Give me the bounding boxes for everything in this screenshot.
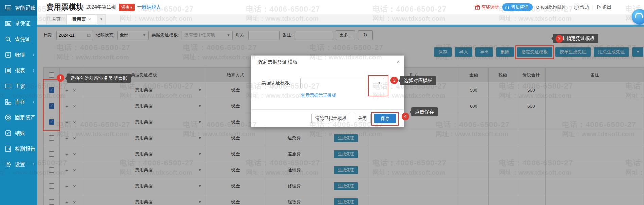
annotation-tooltip: 选择对应模板 bbox=[400, 76, 436, 85]
divider: | bbox=[569, 5, 570, 10]
sidebar-item-voucher-entry[interactable]: 录凭证 bbox=[0, 16, 37, 31]
payroll-icon bbox=[4, 82, 12, 90]
voucher-search-icon bbox=[4, 35, 12, 43]
smart-accounting-icon bbox=[4, 4, 12, 12]
logout-link[interactable]: 退出 bbox=[597, 4, 611, 10]
dialog-save-button[interactable]: 保存 4 点击保存 bbox=[374, 114, 396, 123]
sidebar-item-inventory[interactable]: 库存 › bbox=[0, 94, 37, 110]
divider: | bbox=[592, 5, 593, 10]
sidebar-item-label: 设置 bbox=[15, 161, 25, 168]
chevron-right-icon: › bbox=[33, 67, 34, 73]
taxpayer-type-link[interactable]: 一般纳税人 bbox=[137, 4, 161, 10]
close-tab-icon[interactable]: × bbox=[88, 17, 91, 22]
chevron-right-icon: › bbox=[33, 161, 34, 167]
sidebar-item-label: 固定资产 bbox=[15, 114, 35, 121]
gift-icon bbox=[475, 5, 480, 10]
chevron-right-icon: › bbox=[33, 52, 34, 57]
content-panel: 日期: 记账状态: 全部▼ 票据凭证模板: 没有选中任何项▼ 对方: 备注: 更… bbox=[37, 25, 644, 205]
tab-expense-ticket[interactable]: 费用票× bbox=[67, 14, 97, 24]
sidebar-item-ledger[interactable]: 账簿 › bbox=[0, 47, 37, 63]
annotation-tooltip: 选择勾选对应业务类型票据 bbox=[67, 74, 131, 83]
sidebar-item-voucher-search[interactable]: 查凭证 bbox=[0, 31, 37, 47]
main-area: 费用票模块 2024年第11期 切换 ▾ 一般纳税人 有奖调研 售后咨询 ↺ bbox=[37, 0, 644, 205]
sidebar-item-check-report[interactable]: 检测报告 bbox=[0, 141, 37, 157]
closing-icon bbox=[4, 129, 12, 137]
assign-template-dialog: 指定票据凭证模板 × 票据凭证模板: ▼ 查看票据凭证模板 3 选择对应模板 清… bbox=[251, 55, 404, 127]
sidebar-item-closing[interactable]: 结账 bbox=[0, 125, 37, 141]
switch-period-button[interactable]: 切换 ▾ bbox=[119, 4, 135, 11]
topbar: 费用票模块 2024年第11期 切换 ▾ 一般纳税人 有奖调研 售后咨询 ↺ bbox=[37, 0, 644, 14]
period-label: 2024年第11期 bbox=[86, 4, 116, 10]
sidebar-item-settings[interactable]: 设置 › bbox=[0, 157, 37, 172]
sidebar-item-label: 工资 bbox=[15, 83, 25, 90]
help-icon: ? bbox=[574, 5, 579, 10]
template-field-label: 票据凭证模板: bbox=[261, 80, 291, 86]
tab-list-dropdown[interactable]: ▼ bbox=[97, 14, 106, 24]
sidebar-item-label: 报表 bbox=[15, 67, 25, 74]
sidebar-item-label: 智能记账 bbox=[15, 5, 35, 11]
sidebar-item-label: 账簿 bbox=[15, 52, 25, 58]
check-report-icon bbox=[4, 145, 12, 153]
clear-template-button[interactable]: 清除已指定模板 bbox=[311, 114, 350, 123]
page-title: 费用票模块 bbox=[46, 2, 84, 12]
tab-home[interactable]: 首页 bbox=[46, 14, 67, 24]
help-link[interactable]: ? 帮助 bbox=[574, 4, 589, 10]
app-window: 智能记账 录凭证 查凭证 账簿 › 报表 › 工资 bbox=[0, 0, 644, 205]
sidebar-item-label: 库存 bbox=[15, 99, 25, 105]
sidebar-item-smart-accounting[interactable]: 智能记账 bbox=[0, 0, 37, 16]
annotation-step-badge: 4 bbox=[402, 113, 409, 120]
headset-icon bbox=[505, 5, 509, 10]
sidebar-item-label: 录凭证 bbox=[15, 20, 30, 27]
sidebar-item-payroll[interactable]: 工资 bbox=[0, 78, 37, 94]
history-icon: ↺ bbox=[536, 5, 540, 10]
ledger-icon bbox=[4, 51, 12, 59]
view-templates-link[interactable]: 查看票据凭证模板 bbox=[301, 92, 336, 98]
sidebar: 智能记账 录凭证 查凭证 账簿 › 报表 › 工资 bbox=[0, 0, 37, 205]
report-icon bbox=[4, 67, 12, 74]
dialog-close-button[interactable]: 关闭 bbox=[354, 114, 371, 123]
annotation-step-badge: 3 bbox=[390, 77, 398, 84]
inventory-icon bbox=[4, 98, 12, 106]
annotation-step-badge: 1 bbox=[57, 74, 64, 82]
dialog-title: 指定票据凭证模板 bbox=[257, 59, 298, 65]
survey-link[interactable]: 有奖调研 bbox=[475, 4, 499, 10]
tab-bar: 首页 费用票× ▼ bbox=[37, 14, 644, 25]
after-sales-support-button[interactable]: 售后咨询 bbox=[502, 3, 533, 11]
select-caret-icon[interactable]: ▼ bbox=[375, 78, 384, 88]
username-menu[interactable]: ↺ test吃饱就睡 bbox=[536, 4, 566, 10]
voucher-entry-icon bbox=[4, 20, 12, 27]
sidebar-item-label: 查凭证 bbox=[15, 36, 30, 43]
sidebar-item-label: 结账 bbox=[15, 130, 25, 137]
logout-icon bbox=[597, 5, 601, 10]
dialog-close-icon[interactable]: × bbox=[397, 56, 400, 68]
sidebar-item-fixed-assets[interactable]: 固定资产 bbox=[0, 110, 37, 125]
settings-icon bbox=[4, 161, 12, 168]
annotation-tooltip: 点击保存 bbox=[411, 107, 438, 116]
chevron-right-icon: › bbox=[33, 99, 34, 104]
sidebar-item-label: 检测报告 bbox=[15, 146, 35, 152]
sidebar-item-reports[interactable]: 报表 › bbox=[0, 63, 37, 78]
annotation-step-badge: 2 bbox=[556, 35, 563, 43]
fixed-assets-icon bbox=[4, 114, 12, 121]
caret-down-icon: ▾ bbox=[130, 6, 132, 9]
template-select[interactable]: ▼ bbox=[300, 78, 384, 88]
